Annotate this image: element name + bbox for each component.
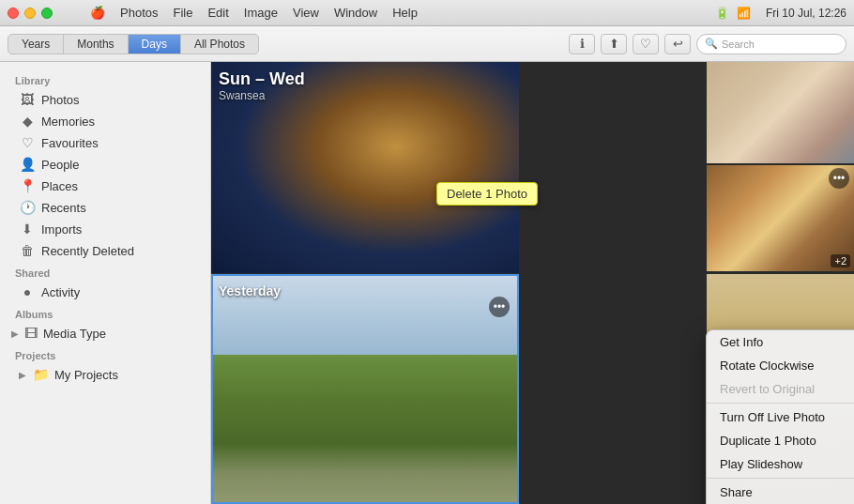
sidebar-item-photos[interactable]: 🖼 Photos (4, 89, 206, 110)
menu-window[interactable]: Window (334, 6, 377, 20)
cm-duplicate[interactable]: Duplicate 1 Photo (707, 429, 854, 452)
memories-icon: ◆ (19, 114, 36, 129)
activity-icon: ● (19, 284, 36, 299)
people-icon: 👤 (19, 157, 36, 172)
view-segment-control: Years Months Days All Photos (8, 34, 259, 54)
location-label: Swansea (219, 89, 305, 102)
ellipsis-icon-2: ••• (494, 300, 506, 313)
sidebar-item-activity[interactable]: ● Activity (4, 282, 206, 302)
media-type-disclosure[interactable]: ▶ 🎞 Media Type (4, 323, 206, 344)
battery-icon: 🔋 (715, 7, 729, 20)
ellipsis-icon: ••• (833, 172, 846, 185)
menu-help[interactable]: Help (392, 6, 418, 20)
years-button[interactable]: Years (8, 35, 64, 53)
activity-label: Activity (41, 285, 80, 299)
projects-arrow-icon: ▶ (19, 370, 26, 380)
recently-deleted-icon: 🗑 (19, 243, 36, 258)
albums-section-label: Albums (0, 303, 210, 322)
delete-tooltip: Delete 1 Photo (436, 182, 538, 206)
library-section-label: Library (0, 69, 210, 88)
photo-tile-girl[interactable] (707, 62, 854, 163)
sidebar-item-imports[interactable]: ⬇ Imports (4, 219, 206, 239)
cm-share[interactable]: Share ▶ (707, 481, 854, 504)
my-projects-icon: 📁 (32, 367, 49, 382)
date-header: Sun – Wed Swansea (219, 69, 305, 102)
more-options-button-top[interactable]: ••• (829, 168, 849, 189)
menu-view[interactable]: View (293, 6, 319, 20)
minimize-button[interactable] (24, 8, 36, 19)
cm-get-info[interactable]: Get Info (707, 330, 854, 354)
cm-turn-off-live[interactable]: Turn Off Live Photo (707, 405, 854, 429)
menu-image[interactable]: Image (244, 6, 278, 20)
cm-duplicate-label: Duplicate 1 Photo (720, 434, 816, 448)
titlebar-right: 🔋 📶 Fri 10 Jul, 12:26 (715, 7, 846, 20)
photos-label: Photos (41, 93, 79, 107)
sidebar-item-favourites[interactable]: ♡ Favourites (4, 132, 206, 153)
clock: Fri 10 Jul, 12:26 (766, 7, 846, 20)
imports-label: Imports (41, 222, 82, 237)
ground-area (213, 355, 517, 502)
context-menu: Get Info Rotate Clockwise Revert to Orig… (706, 329, 854, 504)
photo-content: Sun – Wed Swansea Delete 1 Photo +2 ••• (211, 62, 854, 504)
yesterday-label: Yesterday (219, 283, 281, 298)
search-box[interactable]: 🔍 Search (696, 34, 846, 54)
more-options-button-landscape[interactable]: ••• (489, 297, 510, 317)
sidebar-item-memories[interactable]: ◆ Memories (4, 111, 206, 131)
toolbar: Years Months Days All Photos ℹ ⬆ ♡ ↩ 🔍 S… (0, 26, 854, 62)
sidebar-item-recents[interactable]: 🕐 Recents (4, 197, 206, 218)
cm-get-info-label: Get Info (720, 335, 763, 349)
days-button[interactable]: Days (129, 35, 181, 53)
cm-share-label: Share (720, 485, 753, 499)
search-icon: 🔍 (705, 38, 718, 50)
menu-bar: 🍎 Photos File Edit Image View Window Hel… (90, 6, 418, 20)
cm-rotate-label: Rotate Clockwise (720, 359, 814, 373)
close-button[interactable] (8, 8, 19, 19)
maximize-button[interactable] (41, 8, 53, 19)
menu-edit[interactable]: Edit (207, 6, 228, 20)
media-type-icon: 🎞 (23, 326, 39, 341)
places-label: Places (41, 179, 78, 193)
info-button[interactable]: ℹ (569, 34, 595, 54)
sidebar-item-places[interactable]: 📍 Places (4, 176, 206, 196)
my-projects-label: My Projects (54, 368, 118, 382)
wifi-icon: 📶 (737, 7, 751, 20)
people-label: People (41, 158, 79, 172)
cm-rotate-clockwise[interactable]: Rotate Clockwise (707, 354, 854, 377)
disclosure-arrow-icon: ▶ (11, 328, 19, 339)
places-icon: 📍 (19, 178, 36, 193)
cm-slideshow-label: Play Slideshow (720, 457, 802, 471)
favourites-label: Favourites (41, 136, 99, 150)
landscape-image (213, 276, 517, 502)
delete-tooltip-text: Delete 1 Photo (447, 187, 527, 201)
recents-icon: 🕐 (19, 200, 36, 215)
photo-grid: Sun – Wed Swansea Delete 1 Photo +2 ••• (211, 62, 854, 504)
menu-file[interactable]: File (173, 6, 192, 20)
sidebar-item-my-projects[interactable]: ▶ 📁 My Projects (4, 364, 206, 385)
favorite-button[interactable]: ♡ (633, 34, 659, 54)
rotate-button[interactable]: ↩ (664, 34, 691, 54)
sidebar-item-people[interactable]: 👤 People (4, 154, 206, 175)
cm-revert: Revert to Original (707, 377, 854, 401)
titlebar: 🍎 Photos File Edit Image View Window Hel… (0, 0, 854, 26)
memories-label: Memories (41, 115, 95, 129)
all-photos-button[interactable]: All Photos (181, 35, 258, 53)
cm-separator-1 (707, 403, 854, 404)
share-button[interactable]: ⬆ (601, 34, 627, 54)
cm-play-slideshow[interactable]: Play Slideshow (707, 452, 854, 476)
media-type-label: Media Type (43, 327, 106, 341)
date-range: Sun – Wed (219, 69, 305, 89)
toolbar-right-controls: ℹ ⬆ ♡ ↩ 🔍 Search (569, 34, 846, 54)
photos-icon: 🖼 (19, 92, 36, 107)
menu-photos[interactable]: 🍎 (90, 6, 105, 20)
favourites-icon: ♡ (19, 135, 36, 150)
months-button[interactable]: Months (64, 35, 128, 53)
main-layout: Library 🖼 Photos ◆ Memories ♡ Favourites… (0, 62, 854, 504)
recently-deleted-label: Recently Deleted (41, 244, 134, 258)
shared-section-label: Shared (0, 262, 210, 281)
cm-separator-2 (707, 478, 854, 479)
projects-section-label: Projects (0, 344, 210, 363)
menu-app[interactable]: Photos (120, 6, 158, 20)
traffic-lights (8, 8, 53, 19)
photo-tile-landscape[interactable] (211, 274, 519, 504)
sidebar-item-recently-deleted[interactable]: 🗑 Recently Deleted (4, 240, 206, 261)
